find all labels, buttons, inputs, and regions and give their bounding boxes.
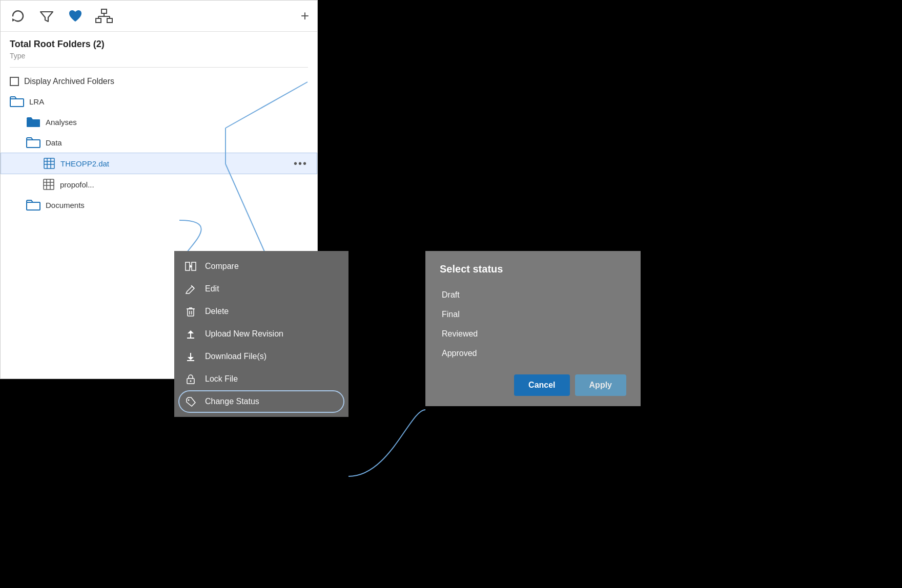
context-change-status[interactable]: Change Status <box>174 390 348 413</box>
delete-label: Delete <box>205 307 229 316</box>
context-menu: Compare Edit Delete <box>174 251 348 417</box>
svg-rect-11 <box>27 140 40 148</box>
panel-divider <box>10 67 308 68</box>
edit-label: Edit <box>205 284 219 293</box>
svg-rect-9 <box>10 99 24 107</box>
data-label: Data <box>46 138 62 147</box>
tree-item-analyses[interactable]: Analyses <box>1 112 317 132</box>
context-lock[interactable]: Lock File <box>174 368 348 390</box>
lock-label: Lock File <box>205 374 238 384</box>
change-status-oval <box>178 390 344 413</box>
tree-item-lra[interactable]: LRA <box>1 91 317 112</box>
compare-label: Compare <box>205 262 239 271</box>
status-dialog-buttons: Cancel Apply <box>440 374 626 396</box>
change-status-label: Change Status <box>205 397 259 406</box>
context-compare[interactable]: Compare <box>174 255 348 278</box>
dataset-file2-icon <box>43 178 55 191</box>
status-dialog: Select status Draft Final Reviewed Appro… <box>425 251 641 406</box>
archive-checkbox[interactable] <box>10 77 19 86</box>
svg-rect-29 <box>188 309 194 316</box>
svg-rect-17 <box>44 179 54 190</box>
tree-item-data[interactable]: Data <box>1 132 317 153</box>
context-download[interactable]: Download File(s) <box>174 345 348 368</box>
svg-point-41 <box>190 381 192 382</box>
svg-marker-35 <box>188 330 194 333</box>
context-upload[interactable]: Upload New Revision <box>174 323 348 345</box>
tree-item-documents[interactable]: Documents <box>1 195 317 215</box>
tag-icon <box>184 395 197 408</box>
panel-subtitle: Type <box>10 52 308 60</box>
upload-icon <box>184 328 197 340</box>
status-option-reviewed[interactable]: Reviewed <box>440 324 626 344</box>
svg-rect-2 <box>101 9 107 13</box>
folder-open-data-icon <box>26 136 40 149</box>
lock-icon <box>184 373 197 385</box>
refresh-icon[interactable] <box>9 7 27 25</box>
toolbar: + <box>1 1 317 32</box>
documents-label: Documents <box>46 201 85 209</box>
folder-open-docs-icon <box>26 199 40 211</box>
svg-rect-10 <box>27 119 40 127</box>
svg-marker-38 <box>188 357 194 360</box>
compare-icon <box>184 260 197 272</box>
lra-label: LRA <box>29 97 44 106</box>
panel-header: Total Root Folders (2) Type <box>1 32 317 63</box>
status-option-draft[interactable]: Draft <box>440 285 626 305</box>
propofol-label: propofol... <box>60 180 94 189</box>
svg-point-42 <box>188 400 190 401</box>
svg-marker-0 <box>12 18 15 22</box>
add-button[interactable]: + <box>301 8 309 24</box>
favorites-icon[interactable] <box>66 7 85 25</box>
upload-label: Upload New Revision <box>205 329 283 339</box>
filter-icon[interactable] <box>37 7 56 25</box>
svg-rect-24 <box>192 262 196 270</box>
svg-rect-23 <box>186 262 190 270</box>
analyses-label: Analyses <box>46 118 77 127</box>
tree-item-theopp2[interactable]: THEOPP2.dat ••• <box>1 153 317 174</box>
theopp2-label: THEOPP2.dat <box>60 159 109 168</box>
tree-item-propofol[interactable]: propofol... <box>1 174 317 195</box>
status-option-final[interactable]: Final <box>440 305 626 324</box>
svg-rect-12 <box>44 158 54 169</box>
download-icon <box>184 350 197 363</box>
svg-rect-3 <box>96 18 101 23</box>
more-options-dots[interactable]: ••• <box>294 158 308 170</box>
svg-marker-1 <box>40 12 53 22</box>
context-edit[interactable]: Edit <box>174 278 348 300</box>
context-delete[interactable]: Delete <box>174 300 348 323</box>
edit-icon <box>184 283 197 295</box>
download-label: Download File(s) <box>205 352 266 361</box>
delete-icon <box>184 305 197 318</box>
apply-button[interactable]: Apply <box>575 374 626 396</box>
svg-rect-4 <box>107 18 112 23</box>
archive-label: Display Archived Folders <box>24 77 114 86</box>
folder-filled-icon <box>26 116 40 128</box>
cancel-button[interactable]: Cancel <box>514 374 569 396</box>
svg-rect-22 <box>27 202 40 210</box>
hierarchy-icon[interactable] <box>95 7 113 25</box>
status-option-approved[interactable]: Approved <box>440 344 626 363</box>
panel-title: Total Root Folders (2) <box>10 39 308 50</box>
folder-open-icon <box>10 95 24 108</box>
archive-row[interactable]: Display Archived Folders <box>1 72 317 91</box>
status-dialog-title: Select status <box>440 263 626 275</box>
dataset-file-icon <box>43 157 55 170</box>
